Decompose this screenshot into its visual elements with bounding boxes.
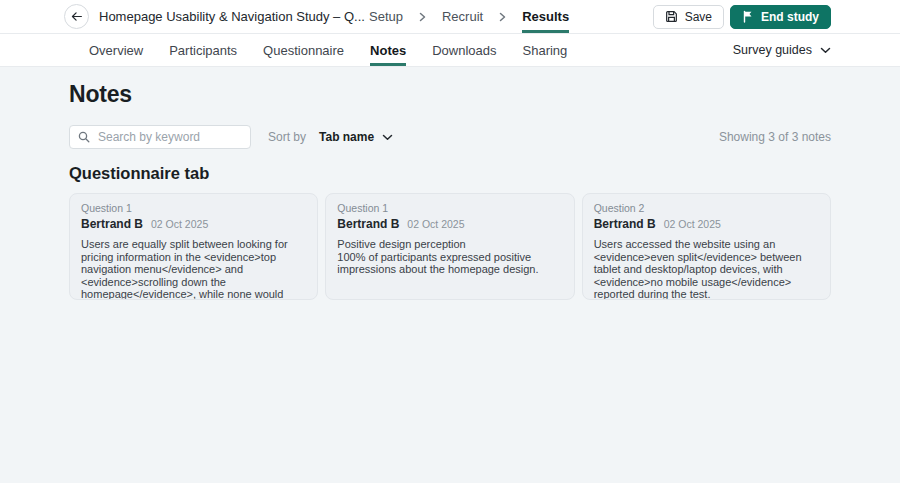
step-label: Recruit [442,9,483,24]
note-author: Bertrand B [594,217,656,231]
chevron-down-icon [382,134,393,141]
end-study-button[interactable]: End study [730,5,831,29]
tab-label: Downloads [432,43,496,58]
tab-sharing[interactable]: Sharing [523,34,568,66]
step-recruit[interactable]: Recruit [442,0,483,33]
tab-overview[interactable]: Overview [89,34,143,66]
step-label: Setup [369,9,403,24]
step-setup[interactable]: Setup [369,0,403,33]
note-question-label: Question 2 [594,202,819,214]
sort-select-value: Tab name [319,130,374,144]
study-title: Homepage Usability & Navigation Study – … [99,9,365,24]
flag-icon [742,10,754,23]
save-button-label: Save [685,10,712,24]
tab-participants[interactable]: Participants [169,34,237,66]
sort-select[interactable]: Tab name [319,130,393,144]
end-study-button-label: End study [761,10,819,24]
top-bar: Homepage Usability & Navigation Study – … [0,0,900,34]
page-title: Notes [69,67,831,108]
arrow-left-icon [70,10,83,23]
results-tab-bar: Overview Participants Questionnaire Note… [0,34,900,67]
chevron-down-icon [820,47,831,54]
note-date: 02 Oct 2025 [407,218,464,230]
search-box [69,125,251,149]
note-card[interactable]: Question 2 Bertrand B 02 Oct 2025 Users … [582,193,831,300]
chevron-right-icon [498,12,507,22]
note-card[interactable]: Question 1 Bertrand B 02 Oct 2025 Positi… [325,193,574,300]
notes-page: Notes Sort by Tab name Showing 3 of 3 no… [0,67,900,483]
note-card[interactable]: Question 1 Bertrand B 02 Oct 2025 Users … [69,193,318,300]
notes-grid: Question 1 Bertrand B 02 Oct 2025 Users … [69,193,831,300]
note-meta: Bertrand B 02 Oct 2025 [337,217,562,231]
note-question-label: Question 1 [337,202,562,214]
note-body: Users accessed the website using an <evi… [594,238,819,300]
note-author: Bertrand B [81,217,143,231]
tab-label: Notes [370,43,406,58]
tab-questionnaire[interactable]: Questionnaire [263,34,344,66]
chevron-right-icon [418,12,427,22]
tab-label: Questionnaire [263,43,344,58]
tab-label: Participants [169,43,237,58]
survey-guides-label: Survey guides [733,43,812,57]
sort-by-label: Sort by [268,130,306,144]
topbar-actions: Save End study [653,5,831,29]
note-body: Users are equally split between looking … [81,238,306,300]
note-meta: Bertrand B 02 Oct 2025 [81,217,306,231]
study-stepper: Setup Recruit Results [369,0,569,33]
back-button[interactable] [64,4,89,29]
save-icon [665,10,678,23]
survey-guides-dropdown[interactable]: Survey guides [733,43,831,57]
note-question-label: Question 1 [81,202,306,214]
note-date: 02 Oct 2025 [664,218,721,230]
tab-label: Sharing [523,43,568,58]
step-results[interactable]: Results [522,0,569,33]
note-author: Bertrand B [337,217,399,231]
search-input[interactable] [69,125,251,149]
note-body: Positive design perception 100% of parti… [337,238,562,276]
note-meta: Bertrand B 02 Oct 2025 [594,217,819,231]
note-date: 02 Oct 2025 [151,218,208,230]
section-title: Questionnaire tab [69,149,831,183]
tab-downloads[interactable]: Downloads [432,34,496,66]
tab-notes[interactable]: Notes [370,34,406,66]
notes-toolbar: Sort by Tab name Showing 3 of 3 notes [69,125,831,149]
tab-label: Overview [89,43,143,58]
save-button[interactable]: Save [653,5,724,29]
step-label: Results [522,9,569,24]
notes-count: Showing 3 of 3 notes [719,130,831,144]
